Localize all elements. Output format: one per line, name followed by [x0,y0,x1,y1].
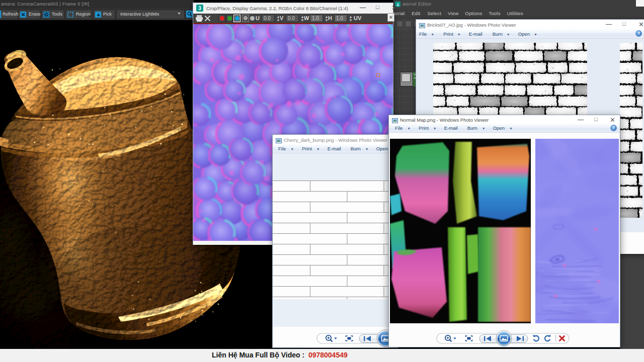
svg-text:3: 3 [396,3,399,7]
svg-text:3: 3 [198,6,201,11]
